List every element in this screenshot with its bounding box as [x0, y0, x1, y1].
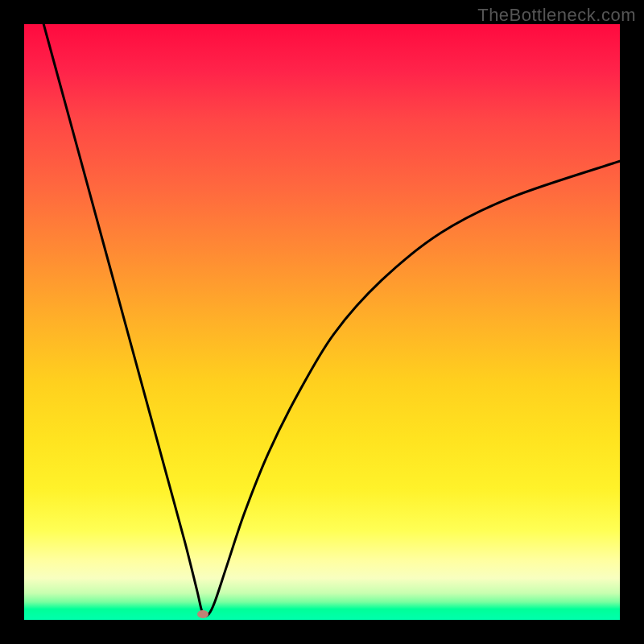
- chart-plot-area: [24, 24, 620, 620]
- target-marker: [197, 610, 208, 618]
- chart-background-gradient: [24, 24, 620, 620]
- watermark-text: TheBottleneck.com: [477, 5, 636, 26]
